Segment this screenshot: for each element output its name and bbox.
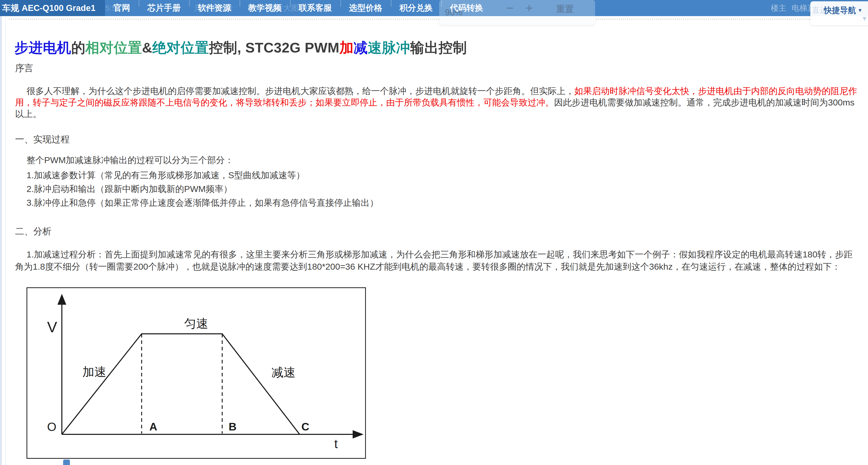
section1-heading: 一、实现过程 [15,134,70,145]
section1-intro: 整个PWM加减速脉冲输出的过程可以分为三个部分： [15,154,857,166]
left-gutter-strip [0,16,2,465]
section2-paragraph: 1.加减速过程分析：首先上面提到加减速常见的有很多，这里主要来分析三角形或梯形加… [15,248,857,273]
nav-item[interactable]: 联系客服 [290,2,340,14]
list-item: 3.脉冲停止和急停（如果正常停止速度会逐渐降低并停止，如果有急停信号直接停止输出… [15,197,857,208]
list-item: 2.脉冲启动和输出（跟新中断内加载新的PWM频率） [15,183,857,195]
v-axis-label: V [47,319,57,335]
nav-item[interactable]: 芯片手册 [139,2,189,14]
zoom-popup-panel-bottom [439,16,595,25]
point-c-label: C [302,421,309,433]
nav-item[interactable]: 积分兑换 [391,2,441,14]
velocity-profile-svg: V O 加速 匀速 减速 A B C t [27,288,365,458]
preface-paragraph: 很多人不理解，为什么这个步进电机的启停需要加减速控制。步进电机大家应该都熟，给一… [15,85,857,120]
attachment-thumb-partial [63,460,70,465]
nav-item[interactable]: 代码转换 [441,2,492,14]
section1-list: 1.加减速参数计算（常见的有三角形或梯形加减速，S型曲线加减速等）2.脉冲启动和… [15,169,857,211]
post-top-divider [9,19,820,20]
section2-heading: 二、分析 [15,226,52,237]
velocity-profile-image[interactable]: V O 加速 匀速 减速 A B C t [27,287,366,459]
content-left-border [5,16,6,465]
trapezoid-speed-profile [62,334,300,434]
list-item: 1.加减速参数计算（常见的有三角形或梯形加减速，S型曲线加减速等） [15,169,857,181]
y-axis-arrow-icon [57,294,66,305]
point-b-label: B [229,421,237,433]
nav-item[interactable]: 官网 [105,2,139,14]
quick-nav-button[interactable]: 直达 快捷导航▼ ▼ [810,1,868,25]
grade-badge[interactable]: 车规 AEC-Q100 Grade1 [0,0,105,16]
decel-label: 减速 [272,366,296,379]
caret-down-icon: ▼ [858,7,863,13]
floor-owner-link[interactable]: 楼主 [771,0,786,16]
zoom-out-button[interactable]: − [506,1,514,15]
accel-label: 加速 [82,365,106,378]
nav-item[interactable]: 教学视频 [240,2,290,14]
post-title: 步进电机的相对位置&绝对位置控制, STC32G PWM加减速脉冲输出控制 [14,38,467,58]
zoom-reset-button[interactable]: 重置 [556,3,574,15]
uniform-label: 匀速 [184,317,208,330]
navbar-menu: 官网芯片手册软件资源教学视频联系客服选型价格积分兑换代码转换 [105,0,492,16]
nav-item[interactable]: 软件资源 [189,2,240,14]
quick-nav-label: 快捷导航▼ [824,5,863,16]
t-axis-label: t [334,437,338,451]
preface-heading: 序言 [15,62,33,74]
origin-label: O [47,420,56,434]
nav-item[interactable]: 选型价格 [340,2,391,14]
x-axis-arrow-icon [353,430,364,438]
point-a-label: A [149,421,157,433]
top-navbar: 发表于 2021-9-9 10:15:57 只看该作者 | 只看大图 90% −… [0,0,868,16]
zoom-in-button[interactable]: + [525,1,533,15]
caret-down-light-icon: ▼ [861,15,868,22]
